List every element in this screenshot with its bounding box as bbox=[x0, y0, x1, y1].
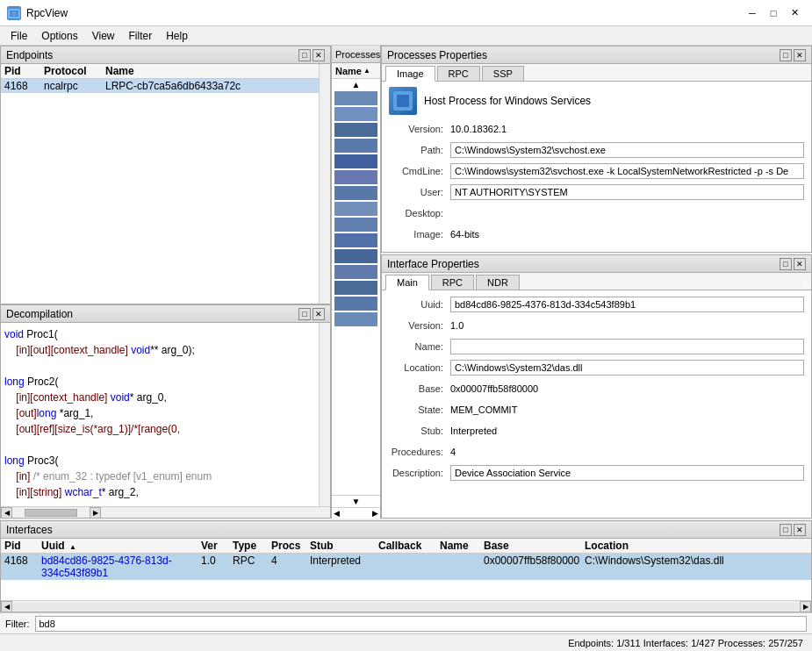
iface-props-controls: □ ✕ bbox=[780, 258, 806, 270]
iface-cell-base: 0x00007ffb58f80000 bbox=[484, 554, 585, 579]
code-line bbox=[4, 358, 315, 374]
iface-value-state: MEM_COMMIT bbox=[450, 404, 804, 415]
filter-bar: Filter: bbox=[0, 612, 812, 633]
process-item[interactable] bbox=[334, 249, 377, 263]
interfaces-hscrollbar[interactable]: ◀ ▶ bbox=[1, 600, 811, 612]
code-line: long Proc3( bbox=[4, 453, 315, 469]
iface-prop-uuid: Uuid: bbox=[389, 296, 804, 313]
process-item[interactable] bbox=[334, 186, 377, 200]
menu-file[interactable]: File bbox=[4, 28, 34, 44]
hscroll-right-btn[interactable]: ▶ bbox=[90, 507, 101, 519]
code-line: [in] /* enum_32 : typedef [v1_enum] enum bbox=[4, 469, 315, 484]
interfaces-close-btn[interactable]: ✕ bbox=[794, 524, 806, 536]
process-item[interactable] bbox=[334, 154, 377, 168]
iface-hscroll-left[interactable]: ◀ bbox=[1, 601, 12, 612]
process-display-name: Host Process for Windows Services bbox=[424, 95, 591, 107]
process-item[interactable] bbox=[334, 233, 377, 247]
process-item[interactable] bbox=[334, 107, 377, 121]
table-row[interactable]: 4168 ncalrpc LRPC-cb7ca5a6db6433a72c bbox=[1, 79, 319, 93]
close-button[interactable]: ✕ bbox=[784, 4, 805, 22]
endpoints-table: Pid Protocol Name 4168 ncalrpc LRPC-cb7c… bbox=[1, 64, 319, 304]
decompilation-title: Decompilation bbox=[6, 308, 73, 320]
menu-options[interactable]: Options bbox=[34, 28, 84, 44]
process-item[interactable] bbox=[334, 297, 377, 311]
process-item[interactable] bbox=[334, 170, 377, 184]
menu-help[interactable]: Help bbox=[159, 28, 195, 44]
hscroll-left-btn[interactable]: ◀ bbox=[1, 507, 12, 519]
code-line: [in][out][context_handle] void** arg_0); bbox=[4, 342, 315, 358]
proc-props-maximize-btn[interactable]: □ bbox=[780, 49, 792, 61]
iface-prop-location: Location: bbox=[389, 359, 804, 376]
processes-nav-up[interactable]: ▲ bbox=[332, 79, 380, 90]
prop-row-path: Path: bbox=[389, 141, 804, 159]
interfaces-maximize-btn[interactable]: □ bbox=[780, 524, 792, 536]
col-header-name: Name bbox=[105, 65, 315, 77]
process-item[interactable] bbox=[334, 139, 377, 153]
iface-cell-name bbox=[440, 554, 484, 579]
interfaces-panel: Interfaces □ ✕ Pid Uuid ▲ Ver Type Procs… bbox=[0, 520, 812, 612]
iface-value-base: 0x00007ffb58f80000 bbox=[450, 383, 804, 394]
process-item[interactable] bbox=[334, 91, 377, 105]
process-item[interactable] bbox=[334, 312, 377, 326]
decompilation-code: void Proc1( [in][out][context_handle] vo… bbox=[1, 323, 319, 506]
menu-view[interactable]: View bbox=[85, 28, 122, 44]
iface-props-close-btn[interactable]: ✕ bbox=[794, 258, 806, 270]
uuid-sort-arrow: ▲ bbox=[69, 543, 76, 551]
tab-rpc[interactable]: RPC bbox=[437, 66, 480, 81]
processes-title: Processes bbox=[335, 49, 380, 60]
process-item[interactable] bbox=[334, 123, 377, 137]
hscroll-thumb[interactable] bbox=[25, 509, 77, 517]
tab-rpc-iface[interactable]: RPC bbox=[431, 275, 474, 290]
iface-prop-version: Version: 1.0 bbox=[389, 317, 804, 334]
interfaces-table-row[interactable]: 4168 bd84cd86-9825-4376-813d-334c543f89b… bbox=[1, 554, 811, 580]
iface-props-header: Interface Properties □ ✕ bbox=[382, 255, 811, 273]
iface-label-procedures: Procedures: bbox=[389, 447, 450, 457]
decompilation-vscrollbar[interactable] bbox=[319, 323, 330, 506]
cell-name: LRPC-cb7ca5a6db6433a72c bbox=[105, 80, 315, 92]
col-header-pid: Pid bbox=[4, 65, 44, 77]
col-h-location: Location bbox=[585, 540, 808, 552]
endpoints-table-header: Pid Protocol Name bbox=[1, 64, 319, 79]
prop-input-cmdline[interactable] bbox=[450, 163, 804, 179]
filter-input[interactable] bbox=[35, 616, 808, 632]
menu-filter[interactable]: Filter bbox=[122, 28, 160, 44]
iface-prop-procedures: Procedures: 4 bbox=[389, 443, 804, 461]
maximize-button[interactable]: □ bbox=[763, 4, 784, 22]
tab-image[interactable]: Image bbox=[385, 66, 435, 82]
process-item[interactable] bbox=[334, 265, 377, 279]
decompilation-close-btn[interactable]: ✕ bbox=[313, 308, 325, 320]
process-item[interactable] bbox=[334, 218, 377, 232]
iface-hscroll-right[interactable]: ▶ bbox=[800, 601, 811, 612]
decompilation-hscrollbar[interactable]: ◀ ▶ bbox=[1, 506, 330, 518]
proc-scroll-right[interactable]: ▶ bbox=[372, 509, 378, 518]
iface-input-name[interactable] bbox=[450, 339, 804, 354]
prop-label-path: Path: bbox=[389, 145, 450, 155]
prop-input-user[interactable] bbox=[450, 184, 804, 200]
tab-ndr[interactable]: NDR bbox=[476, 275, 520, 290]
minimize-button[interactable]: ─ bbox=[742, 4, 763, 22]
prop-label-user: User: bbox=[389, 187, 450, 197]
decompilation-maximize-btn[interactable]: □ bbox=[298, 308, 311, 320]
process-item[interactable]: sv bbox=[334, 281, 377, 295]
prop-row-desktop: Desktop: bbox=[389, 204, 804, 222]
sort-arrow-icon: ▲ bbox=[363, 67, 370, 75]
endpoints-maximize-btn[interactable]: □ bbox=[298, 49, 311, 61]
prop-row-cmdline: CmdLine: bbox=[389, 162, 804, 180]
col-h-type: Type bbox=[233, 540, 271, 552]
col-header-protocol: Protocol bbox=[44, 65, 105, 77]
endpoints-vscrollbar[interactable] bbox=[319, 64, 330, 304]
iface-input-uuid[interactable] bbox=[450, 297, 804, 312]
proc-props-close-btn[interactable]: ✕ bbox=[794, 49, 806, 61]
endpoints-close-btn[interactable]: ✕ bbox=[313, 49, 325, 61]
prop-input-path[interactable] bbox=[450, 142, 804, 158]
iface-input-location[interactable] bbox=[450, 360, 804, 376]
processes-nav-down[interactable]: ▼ bbox=[332, 495, 380, 507]
iface-props-maximize-btn[interactable]: □ bbox=[780, 258, 792, 270]
tab-ssp[interactable]: SSP bbox=[482, 66, 524, 81]
tab-main[interactable]: Main bbox=[385, 275, 429, 290]
iface-props-content: Uuid: Version: 1.0 Name: Location: bbox=[382, 290, 811, 490]
process-item[interactable] bbox=[334, 202, 377, 216]
iface-input-description[interactable] bbox=[450, 465, 804, 481]
proc-scroll-left[interactable]: ◀ bbox=[334, 509, 340, 518]
prop-label-desktop: Desktop: bbox=[389, 208, 450, 218]
